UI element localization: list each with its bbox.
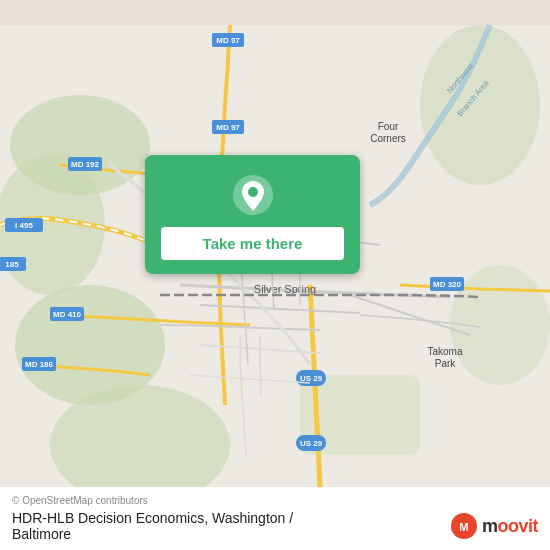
moovit-brand-icon: M [450,512,478,540]
moovit-brand-text: moovit [482,516,538,537]
svg-point-36 [248,187,258,197]
take-me-there-button[interactable]: Take me there [161,227,344,260]
svg-text:MD 320: MD 320 [433,280,462,289]
svg-text:I 495: I 495 [15,221,33,230]
svg-text:Park: Park [435,358,457,369]
svg-text:M: M [459,521,468,533]
svg-text:US 29: US 29 [300,374,323,383]
bottom-bar: © OpenStreetMap contributors HDR-HLB Dec… [0,487,550,550]
moovit-logo: M moovit [450,512,538,540]
svg-text:MD 186: MD 186 [25,360,54,369]
svg-text:Four: Four [378,121,399,132]
svg-text:MD 97: MD 97 [216,123,240,132]
svg-text:Corners: Corners [370,133,406,144]
map-container: I 495 MD 97 MD 97 MD 192 MD 410 MD 186 1… [0,0,550,550]
svg-text:US 29: US 29 [300,439,323,448]
map-attribution: © OpenStreetMap contributors [12,495,538,506]
svg-text:Takoma: Takoma [427,346,462,357]
location-info: HDR-HLB Decision Economics, Washington /… [12,510,293,542]
svg-text:MD 97: MD 97 [216,36,240,45]
svg-text:185: 185 [5,260,19,269]
location-card: Take me there [145,155,360,274]
svg-text:MD 192: MD 192 [71,160,100,169]
bottom-row: HDR-HLB Decision Economics, Washington /… [12,510,538,542]
svg-text:MD 410: MD 410 [53,310,82,319]
location-pin-icon [231,173,275,217]
svg-text:Silver Spring: Silver Spring [254,283,316,295]
location-name-line2: Baltimore [12,526,293,542]
location-name-line1: HDR-HLB Decision Economics, Washington / [12,510,293,526]
map-background: I 495 MD 97 MD 97 MD 192 MD 410 MD 186 1… [0,0,550,550]
